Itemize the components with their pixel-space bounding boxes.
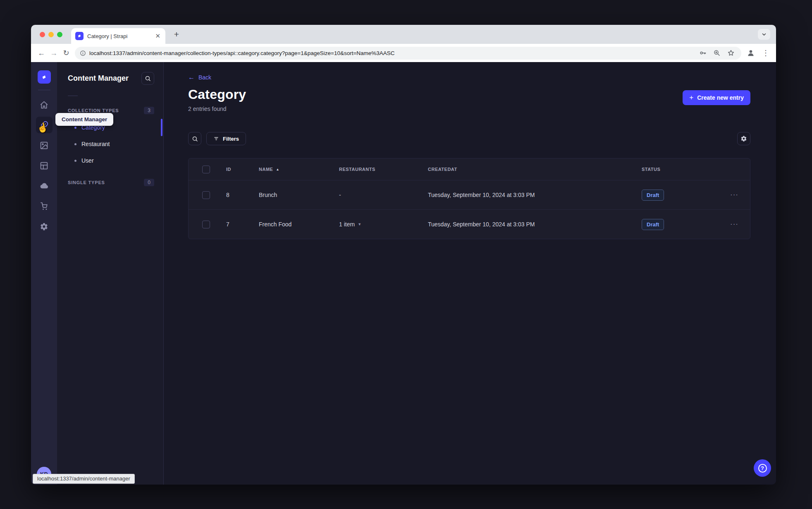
filters-button[interactable]: Filters bbox=[206, 132, 246, 145]
column-header-createdat[interactable]: CREATEDAT bbox=[428, 167, 642, 172]
column-header-restaurants[interactable]: RESTAURANTS bbox=[339, 167, 428, 172]
browser-status-bar: localhost:1337/admin/content-manager bbox=[33, 474, 135, 484]
rail-divider bbox=[38, 90, 50, 90]
column-header-name[interactable]: NAME ▲ bbox=[259, 167, 339, 172]
single-types-label: SINGLE TYPES bbox=[68, 180, 105, 185]
cell-name: French Food bbox=[259, 221, 339, 228]
marketplace-icon[interactable] bbox=[36, 198, 53, 214]
status-badge: Draft bbox=[642, 219, 664, 230]
browser-tab[interactable]: Category | Strapi ✕ bbox=[71, 28, 165, 44]
strapi-admin-page: KD ☝ Content Manager COLLECTION TYPES 3 … bbox=[31, 62, 776, 485]
browser-window: Category | Strapi ✕ + ← → ↻ localhost:13… bbox=[31, 25, 776, 485]
bookmark-star-icon[interactable] bbox=[726, 48, 736, 58]
sidebar-item-label: User bbox=[81, 157, 94, 164]
window-controls bbox=[40, 32, 62, 37]
back-arrow-icon: ← bbox=[188, 74, 195, 81]
new-tab-button[interactable]: + bbox=[171, 29, 182, 40]
question-mark-icon: ? bbox=[758, 464, 767, 473]
help-button[interactable]: ? bbox=[754, 459, 771, 477]
collection-types-count-badge: 3 bbox=[144, 107, 154, 114]
tab-search-chevron-icon[interactable] bbox=[758, 29, 770, 40]
bullet-icon bbox=[74, 143, 76, 145]
forward-arrow-icon[interactable]: → bbox=[48, 47, 60, 59]
cloud-icon[interactable] bbox=[36, 178, 53, 194]
status-badge: Draft bbox=[642, 190, 664, 201]
filters-label: Filters bbox=[223, 136, 239, 142]
sidebar-divider bbox=[68, 96, 78, 96]
cell-createdat: Tuesday, September 10, 2024 at 3:03 PM bbox=[428, 221, 642, 228]
media-library-icon[interactable] bbox=[36, 137, 53, 154]
password-key-icon[interactable] bbox=[697, 48, 708, 58]
strapi-logo[interactable] bbox=[38, 70, 51, 84]
entries-table: ID NAME ▲ RESTAURANTS CREATEDAT STATUS 8… bbox=[188, 158, 750, 239]
table-row[interactable]: 8 Brunch - Tuesday, September 10, 2024 a… bbox=[189, 180, 750, 209]
content-manager-tooltip: Content Manager bbox=[55, 113, 113, 126]
tab-title: Category | Strapi bbox=[87, 33, 150, 39]
browser-tab-strip: Category | Strapi ✕ + bbox=[31, 25, 776, 44]
menu-dots-icon[interactable]: ⋮ bbox=[759, 47, 772, 59]
column-header-status[interactable]: STATUS bbox=[642, 167, 714, 172]
cell-name: Brunch bbox=[259, 192, 339, 198]
sort-ascending-icon: ▲ bbox=[276, 168, 279, 171]
sidebar-item-user[interactable]: User bbox=[57, 152, 163, 169]
collection-types-label: COLLECTION TYPES bbox=[68, 108, 119, 113]
table-row[interactable]: 7 French Food 1 item ▼ Tuesday, Septembe… bbox=[189, 209, 750, 239]
back-arrow-icon[interactable]: ← bbox=[35, 47, 48, 59]
cell-restaurants[interactable]: 1 item ▼ bbox=[339, 221, 428, 228]
entries-count: 2 entries found bbox=[188, 106, 246, 112]
sidebar-item-restaurant[interactable]: Restaurant bbox=[57, 136, 163, 152]
plus-icon: + bbox=[689, 94, 693, 102]
zoom-magnifier-icon[interactable] bbox=[712, 48, 722, 58]
row-checkbox[interactable] bbox=[202, 221, 210, 228]
create-button-label: Create new entry bbox=[697, 94, 744, 101]
bullet-icon bbox=[74, 127, 76, 129]
url-bar[interactable]: localhost:1337/admin/content-manager/col… bbox=[75, 47, 741, 60]
sidebar-scrollbar-thumb[interactable] bbox=[161, 119, 162, 136]
profile-avatar-icon[interactable] bbox=[745, 47, 757, 59]
create-new-entry-button[interactable]: + Create new entry bbox=[683, 90, 750, 105]
sidebar-item-label: Restaurant bbox=[81, 141, 110, 147]
cell-restaurants: - bbox=[339, 192, 428, 198]
row-checkbox[interactable] bbox=[202, 191, 210, 199]
single-types-count-badge: 0 bbox=[144, 179, 154, 186]
mouse-cursor: ☝ bbox=[36, 121, 49, 134]
close-window-button[interactable] bbox=[40, 32, 45, 37]
sidebar-title: Content Manager bbox=[68, 74, 129, 83]
home-icon[interactable] bbox=[36, 96, 53, 113]
maximize-window-button[interactable] bbox=[57, 32, 62, 37]
sidebar-search-button[interactable] bbox=[141, 72, 154, 85]
back-link[interactable]: ← Back bbox=[188, 74, 211, 81]
filter-icon bbox=[213, 136, 219, 142]
page-title: Category bbox=[188, 87, 246, 102]
bullet-icon bbox=[74, 160, 76, 162]
row-actions-menu-icon[interactable]: ··· bbox=[730, 191, 738, 199]
back-label: Back bbox=[198, 74, 211, 81]
cell-id: 8 bbox=[226, 192, 259, 198]
settings-icon[interactable] bbox=[36, 218, 53, 235]
browser-toolbar: ← → ↻ localhost:1337/admin/content-manag… bbox=[31, 44, 776, 62]
table-header-row: ID NAME ▲ RESTAURANTS CREATEDAT STATUS bbox=[189, 158, 750, 180]
strapi-favicon-icon bbox=[75, 32, 84, 40]
url-text[interactable]: localhost:1337/admin/content-manager/col… bbox=[89, 50, 694, 56]
page-info-icon[interactable] bbox=[80, 50, 86, 56]
cell-createdat: Tuesday, September 10, 2024 at 3:03 PM bbox=[428, 192, 642, 198]
column-header-id[interactable]: ID bbox=[226, 167, 259, 172]
chevron-down-icon: ▼ bbox=[358, 222, 361, 226]
search-button[interactable] bbox=[188, 132, 201, 145]
view-settings-button[interactable] bbox=[737, 132, 750, 145]
row-actions-menu-icon[interactable]: ··· bbox=[730, 220, 738, 228]
main-content: ← Back Category 2 entries found + Create… bbox=[164, 62, 776, 485]
reload-icon[interactable]: ↻ bbox=[60, 47, 72, 59]
tab-close-icon[interactable]: ✕ bbox=[154, 32, 161, 40]
toolbar-right: ⋮ bbox=[745, 47, 772, 59]
content-type-builder-icon[interactable] bbox=[36, 157, 53, 174]
select-all-checkbox[interactable] bbox=[202, 166, 210, 173]
minimize-window-button[interactable] bbox=[48, 32, 54, 37]
cell-id: 7 bbox=[226, 221, 259, 228]
